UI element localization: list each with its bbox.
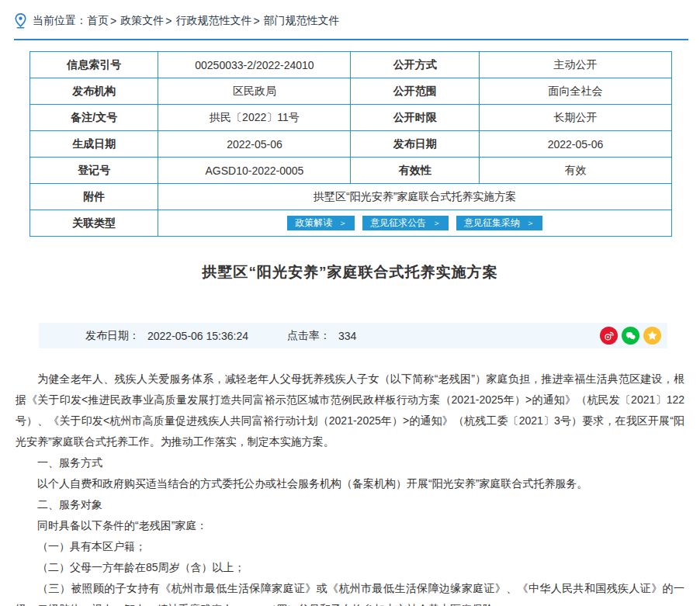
policy-interpretation-button[interactable]: 政策解读＞ [287, 216, 355, 230]
document-info-table: 信息索引号 00250033-2/2022-24010 公开方式 主动公开 发布… [29, 51, 672, 237]
breadcrumb-divider [14, 39, 688, 40]
info-value-doc-number: 拱民〔2022〕11号 [158, 105, 351, 131]
page-title: 拱墅区“阳光安养”家庭联合式托养实施方案 [0, 262, 700, 282]
related-buttons-cell: 政策解读＞ 意见征求公告＞ 意见征集采纳＞ [158, 210, 672, 237]
info-label-disclosure-period: 公开时限 [351, 105, 479, 131]
info-label-created-date: 生成日期 [30, 131, 158, 158]
info-label-related-type: 关联类型 [30, 210, 158, 237]
info-value-index-number: 00250033-2/2022-24010 [158, 52, 351, 78]
hits-label: 点击率： [287, 329, 331, 343]
arrow-icon: ＞ [526, 218, 535, 227]
info-value-disclosure-period: 长期公开 [479, 105, 671, 131]
table-row: 附件 拱墅区“阳光安养”家庭联合式托养实施方案 [30, 184, 672, 210]
table-row: 发布机构 区民政局 公开范围 面向全社会 [30, 78, 672, 105]
breadcrumb-department-normative[interactable]: 部门规范性文件 [264, 14, 340, 28]
info-label-disclosure-scope: 公开范围 [351, 78, 479, 105]
table-row: 备注/文号 拱民〔2022〕11号 公开时限 长期公开 [30, 105, 672, 131]
breadcrumb-separator: > [253, 15, 259, 27]
info-label-disclosure-method: 公开方式 [351, 52, 479, 78]
table-row: 登记号 AGSD10-2022-0005 有效性 有效 [30, 158, 672, 184]
table-row: 信息索引号 00250033-2/2022-24010 公开方式 主动公开 [30, 52, 672, 78]
wechat-share-icon[interactable] [622, 327, 639, 345]
breadcrumb-policy-files[interactable]: 政策文件 [120, 14, 164, 28]
info-label-publish-date: 发布日期 [351, 131, 479, 158]
section-heading-service-target: 二、服务对象 [16, 494, 684, 515]
info-value-publish-date: 2022-05-06 [479, 131, 671, 158]
hits-value: 334 [338, 330, 356, 342]
breadcrumb-label: 当前位置： [33, 14, 87, 28]
info-value-validity: 有效 [479, 158, 671, 184]
list-item: （二）父母一方年龄在85周岁（含）以上； [16, 557, 684, 578]
meta-bar: 发布日期： 2022-05-06 15:36:24 点击率： 334 [39, 323, 667, 348]
section-heading-service-method: 一、服务方式 [16, 452, 684, 473]
breadcrumb-home[interactable]: 首页 [87, 14, 109, 28]
article-body: 为健全老年人、残疾人关爱服务体系，减轻老年人父母抚养残疾人子女（以下简称“老残困… [16, 369, 684, 606]
arrow-icon: ＞ [432, 218, 441, 227]
breadcrumb-administrative-normative[interactable]: 行政规范性文件 [175, 14, 251, 28]
paragraph: 同时具备以下条件的“老残困”家庭： [16, 515, 684, 536]
info-label-index-number: 信息索引号 [30, 52, 158, 78]
policy-interpretation-label: 政策解读 [295, 217, 332, 228]
list-item: （一）具有本区户籍； [16, 536, 684, 557]
info-value-disclosure-scope: 面向全社会 [479, 78, 671, 105]
opinion-adoption-button[interactable]: 意见征集采纳＞ [456, 216, 542, 230]
info-label-attachment: 附件 [30, 184, 158, 210]
table-row: 生成日期 2022-05-06 发布日期 2022-05-06 [30, 131, 672, 158]
info-value-issuing-agency: 区民政局 [158, 78, 351, 105]
opinion-adoption-label: 意见征集采纳 [464, 217, 520, 228]
opinion-solicitation-notice-label: 意见征求公告 [370, 217, 426, 228]
paragraph: 为健全老年人、残疾人关爱服务体系，减轻老年人父母抚养残疾人子女（以下简称“老残困… [16, 369, 684, 452]
info-label-registration-number: 登记号 [30, 158, 158, 184]
publish-date-value: 2022-05-06 15:36:24 [147, 330, 248, 342]
info-label-validity: 有效性 [351, 158, 479, 184]
attachment-link[interactable]: 拱墅区“阳光安养”家庭联合式托养实施方案 [158, 184, 672, 210]
share-buttons [596, 327, 661, 345]
opinion-solicitation-notice-button[interactable]: 意见征求公告＞ [362, 216, 449, 230]
qzone-share-icon[interactable] [643, 327, 661, 345]
info-value-registration-number: AGSD10-2022-0005 [158, 158, 351, 184]
publish-date-label: 发布日期： [85, 329, 140, 343]
info-value-created-date: 2022-05-06 [158, 131, 351, 158]
weibo-share-icon[interactable] [600, 327, 618, 345]
breadcrumb: 当前位置： 首页 > 政策文件 > 行政规范性文件 > 部门规范性文件 [0, 0, 700, 29]
breadcrumb-separator: > [165, 15, 172, 27]
breadcrumb-separator: > [110, 15, 116, 27]
info-label-doc-number: 备注/文号 [30, 105, 158, 131]
list-item: （三）被照顾的子女持有《杭州市最低生活保障家庭证》或《杭州市最低生活保障边缘家庭… [16, 578, 684, 606]
info-label-issuing-agency: 发布机构 [30, 78, 158, 105]
paragraph: 以个人自费和政府购买适当结合的方式委托公办或社会服务机构（备案机构）开展“阳光安… [16, 473, 684, 494]
info-value-disclosure-method: 主动公开 [479, 52, 671, 78]
location-pin-icon [14, 13, 27, 29]
table-row: 关联类型 政策解读＞ 意见征求公告＞ 意见征集采纳＞ [30, 210, 672, 237]
arrow-icon: ＞ [338, 218, 347, 227]
